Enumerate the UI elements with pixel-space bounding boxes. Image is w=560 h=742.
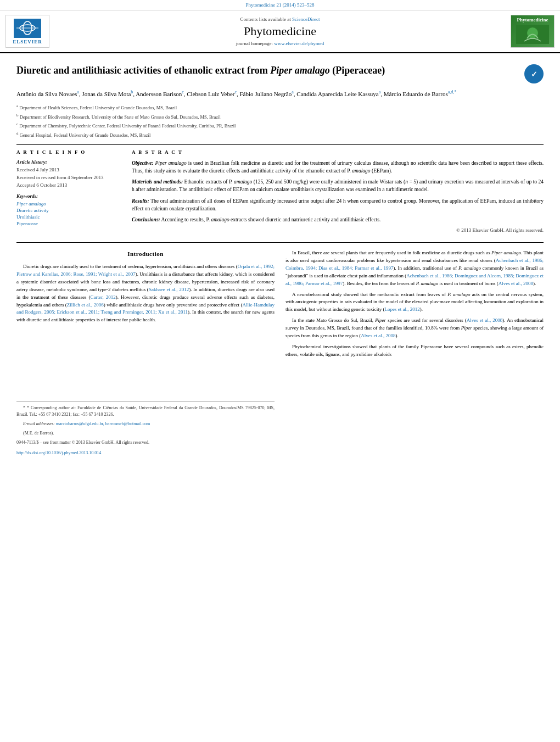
intro-para1: Diuretic drugs are clinically used to th… bbox=[16, 263, 275, 325]
article-info-col: A R T I C L E I N F O Article history: R… bbox=[16, 149, 121, 235]
elsevier-graphic bbox=[14, 19, 41, 38]
homepage-line: journal homepage: www.elsevier.de/phymed bbox=[55, 41, 505, 46]
intro-para3: A neurobehavioral study showed that the … bbox=[285, 291, 544, 314]
intro-title: Introduction bbox=[16, 249, 275, 259]
abstract-objective: Objective: Piper amalago is used in Braz… bbox=[132, 159, 544, 175]
copyright-line: © 2013 Elsevier GmbH. All rights reserve… bbox=[132, 227, 544, 235]
intro-para5: Phytochemical investigations showed that… bbox=[285, 343, 544, 359]
svg-text:✓: ✓ bbox=[531, 70, 537, 79]
volume-text: Phytomedicine 21 (2014) 523–528 bbox=[245, 2, 314, 8]
homepage-link[interactable]: www.elsevier.de/phymed bbox=[274, 41, 324, 46]
footnote-text: * * Corresponding author at: Faculdade d… bbox=[16, 405, 275, 436]
article-title: Diuretic and antilithiasic activities of… bbox=[16, 64, 516, 77]
affiliation-c: c Department of Chemistry, Polytechnic C… bbox=[16, 121, 544, 130]
affiliation-d: d General Hospital, Federal University o… bbox=[16, 131, 544, 139]
keyword-4: Piperaceae bbox=[16, 221, 121, 226]
abstract-col: A B S T R A C T Objective: Piper amalago… bbox=[132, 149, 544, 235]
volume-bar: Phytomedicine 21 (2014) 523–528 bbox=[0, 0, 560, 10]
title-section: Diuretic and antilithiasic activities of… bbox=[16, 64, 544, 83]
journal-header: ELSEVIER Contents lists available at Sci… bbox=[0, 10, 560, 53]
abstract-text: Objective: Piper amalago is used in Braz… bbox=[132, 159, 544, 235]
keyword-2: Diuretic activity bbox=[16, 208, 121, 213]
article-info-abstract: A R T I C L E I N F O Article history: R… bbox=[16, 149, 544, 235]
article-history-label: Article history: bbox=[16, 159, 121, 165]
sciencedirect-link[interactable]: ScienceDirect bbox=[292, 16, 320, 22]
abstract-methods: Materials and methods: Ethanolic extract… bbox=[132, 178, 544, 194]
divider-1 bbox=[16, 144, 544, 145]
main-content: Diuretic and antilithiasic activities of… bbox=[0, 53, 560, 462]
revised-date: Received in revised form 4 September 201… bbox=[16, 175, 121, 180]
intro-para4: In the state Mato Grosso do Sul, Brazil,… bbox=[285, 317, 544, 340]
body-col-left: Introduction Diuretic drugs are clinical… bbox=[16, 249, 275, 456]
accepted-date: Accepted 6 October 2013 bbox=[16, 182, 121, 188]
body-col-right: In Brazil, there are several plants that… bbox=[285, 249, 544, 456]
abstract-conclusions: Conclusions: According to results, P. am… bbox=[132, 216, 544, 224]
doi-link[interactable]: http://dx.doi.org/10.1016/j.phymed.2013.… bbox=[16, 450, 101, 455]
elsevier-logo: ELSEVIER bbox=[5, 15, 49, 48]
affiliation-a: a Department of Health Sciences, Federal… bbox=[16, 103, 544, 111]
phyto-logo-label: Phytomedicine bbox=[516, 17, 549, 24]
keyword-3: Urolithiasic bbox=[16, 214, 121, 220]
affiliation-b: b Department of Biodiversity Research, U… bbox=[16, 113, 544, 121]
contents-line: Contents lists available at ScienceDirec… bbox=[55, 16, 505, 22]
body-area: Introduction Diuretic drugs are clinical… bbox=[16, 242, 544, 456]
journal-header-center: Contents lists available at ScienceDirec… bbox=[55, 16, 505, 46]
keyword-1: Piper amalago bbox=[16, 201, 121, 207]
authors-line: Antônio da Silva Novaesa, Jonas da Silva… bbox=[16, 89, 544, 99]
doi-line: http://dx.doi.org/10.1016/j.phymed.2013.… bbox=[16, 450, 275, 456]
intro-para2: In Brazil, there are several plants that… bbox=[285, 249, 544, 288]
crossmark-badge[interactable]: ✓ bbox=[524, 64, 544, 83]
article-info-header: A R T I C L E I N F O bbox=[16, 149, 121, 155]
footnote-section: * * Corresponding author at: Faculdade d… bbox=[16, 401, 275, 456]
abstract-results: Results: The oral administration of all … bbox=[132, 197, 544, 213]
issn-line: 0944-7113/$ – see front matter © 2013 El… bbox=[16, 439, 275, 446]
journal-title: Phytomedicine bbox=[55, 24, 505, 38]
elsevier-text-label: ELSEVIER bbox=[13, 39, 42, 44]
keywords-section: Keywords: Piper amalago Diuretic activit… bbox=[16, 193, 121, 226]
received-date: Received 4 July 2013 bbox=[16, 167, 121, 172]
phytomedicine-logo: Phytomedicine bbox=[511, 15, 555, 48]
email-link[interactable]: marciobarros@ufgd.edu.br, barrosmeb@hotm… bbox=[56, 421, 150, 426]
affiliations: a Department of Health Sciences, Federal… bbox=[16, 103, 544, 138]
keywords-label: Keywords: bbox=[16, 193, 121, 199]
abstract-header: A B S T R A C T bbox=[132, 149, 544, 155]
